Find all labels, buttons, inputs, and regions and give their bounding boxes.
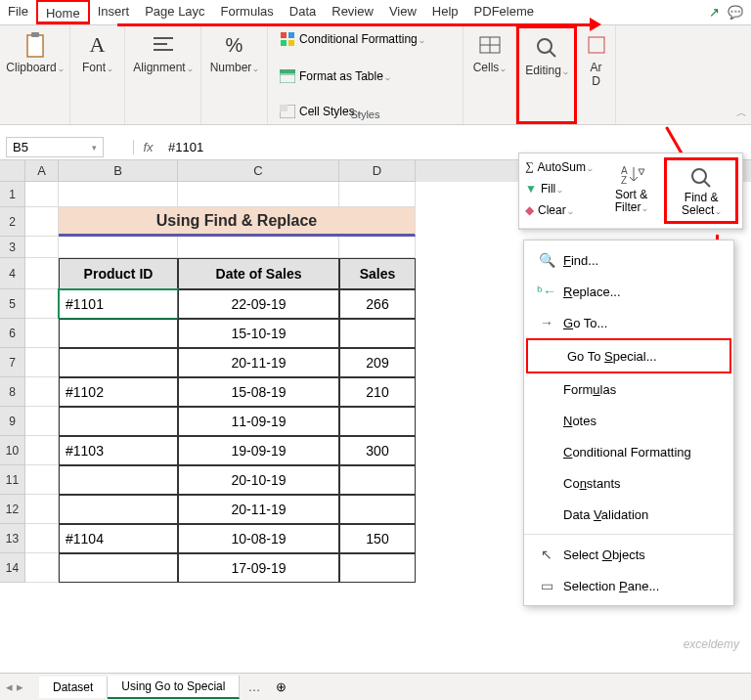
alignment-button[interactable]: Alignment <box>129 29 196 76</box>
clear-button[interactable]: ◆Clear <box>523 201 595 219</box>
cell[interactable] <box>25 495 59 524</box>
table-cell[interactable]: 10-08-19 <box>178 524 339 553</box>
row-header[interactable]: 5 <box>0 289 25 319</box>
menu-datavalidation[interactable]: Data Validation <box>524 499 733 530</box>
col-header-d[interactable]: D <box>339 160 416 182</box>
new-sheet-button[interactable]: ⊕ <box>268 679 294 694</box>
menu-notes[interactable]: Notes <box>524 405 733 436</box>
menu-constants[interactable]: Constants <box>524 467 733 499</box>
clipboard-button[interactable]: Clipboard <box>2 29 66 76</box>
cell[interactable] <box>178 182 339 207</box>
cell[interactable] <box>25 237 59 258</box>
tab-home[interactable]: Home <box>36 0 90 24</box>
find-select-button[interactable]: Find & Select <box>664 157 738 224</box>
table-cell[interactable]: 150 <box>339 524 416 553</box>
table-cell[interactable]: 209 <box>339 348 416 377</box>
row-header[interactable]: 2 <box>0 207 25 237</box>
addins-button[interactable]: Ar D <box>579 29 614 90</box>
sheet-tab-dataset[interactable]: Dataset <box>39 677 108 698</box>
tab-nav[interactable]: ◂ ▸ <box>6 679 23 694</box>
cell[interactable] <box>25 377 59 407</box>
table-cell[interactable]: 210 <box>339 377 416 407</box>
menu-find[interactable]: 🔍Find... <box>524 244 733 276</box>
table-cell[interactable] <box>339 407 416 436</box>
cell[interactable] <box>25 182 59 207</box>
table-cell[interactable]: 20-11-19 <box>178 348 339 377</box>
row-header[interactable]: 3 <box>0 237 25 258</box>
table-cell[interactable] <box>59 407 178 436</box>
table-cell[interactable]: 15-08-19 <box>178 377 339 407</box>
table-cell[interactable]: #1101 <box>59 289 178 319</box>
share-icon[interactable]: ↗ <box>709 5 720 20</box>
cell[interactable] <box>25 258 59 289</box>
tab-pagelayout[interactable]: Page Layc <box>137 0 212 24</box>
table-cell[interactable] <box>59 319 178 348</box>
row-header[interactable]: 10 <box>0 436 25 465</box>
table-cell[interactable]: 22-09-19 <box>178 289 339 319</box>
cell[interactable] <box>25 407 59 436</box>
comment-icon[interactable]: 💬 <box>728 5 743 20</box>
cell[interactable] <box>25 465 59 495</box>
number-button[interactable]: % Number <box>206 29 263 76</box>
table-cell[interactable]: 20-10-19 <box>178 465 339 495</box>
table-cell[interactable]: 20-11-19 <box>178 495 339 524</box>
row-header[interactable]: 6 <box>0 319 25 348</box>
row-header[interactable]: 4 <box>0 258 25 289</box>
table-cell[interactable]: 15-10-19 <box>178 319 339 348</box>
table-cell[interactable]: 19-09-19 <box>178 436 339 465</box>
table-header[interactable]: Date of Sales <box>178 258 339 289</box>
table-cell[interactable]: #1103 <box>59 436 178 465</box>
menu-replace[interactable]: ᵇ←Replace... <box>524 276 733 307</box>
table-cell[interactable] <box>59 553 178 583</box>
conditional-formatting-button[interactable]: Conditional Formatting <box>276 29 428 49</box>
cell[interactable] <box>25 436 59 465</box>
menu-selection-pane[interactable]: ▭Selection Pane... <box>524 570 733 601</box>
menu-formulas[interactable]: Formulas <box>524 373 733 405</box>
sheet-tab-gotospecial[interactable]: Using Go to Special <box>108 676 240 699</box>
name-box[interactable]: B5▾ <box>6 137 104 157</box>
table-cell[interactable]: 17-09-19 <box>178 553 339 583</box>
fx-icon[interactable]: fx <box>133 140 162 154</box>
collapse-ribbon-icon[interactable]: ︿ <box>736 106 747 120</box>
row-header[interactable]: 8 <box>0 377 25 407</box>
cell[interactable] <box>25 207 59 237</box>
table-cell[interactable] <box>339 553 416 583</box>
table-header[interactable]: Sales <box>339 258 416 289</box>
col-header-b[interactable]: B <box>59 160 178 182</box>
tab-help[interactable]: Help <box>424 0 466 24</box>
cell[interactable] <box>178 237 339 258</box>
table-cell[interactable]: 266 <box>339 289 416 319</box>
row-header[interactable]: 7 <box>0 348 25 377</box>
tab-insert[interactable]: Insert <box>90 0 138 24</box>
row-header[interactable]: 1 <box>0 182 25 207</box>
tab-data[interactable]: Data <box>282 0 324 24</box>
row-header[interactable]: 14 <box>0 553 25 583</box>
tab-view[interactable]: View <box>381 0 424 24</box>
cell[interactable] <box>339 237 416 258</box>
table-header[interactable]: Product ID <box>59 258 178 289</box>
menu-goto-special[interactable]: Go To Special... <box>526 338 731 373</box>
cell[interactable] <box>25 553 59 583</box>
table-cell[interactable]: 11-09-19 <box>178 407 339 436</box>
table-cell[interactable] <box>59 348 178 377</box>
tab-review[interactable]: Review <box>324 0 381 24</box>
menu-condfmt[interactable]: Conditional Formatting <box>524 436 733 467</box>
row-header[interactable]: 12 <box>0 495 25 524</box>
tab-file[interactable]: File <box>0 0 36 24</box>
cell[interactable] <box>339 182 416 207</box>
fill-button[interactable]: ▼Fill <box>523 180 595 197</box>
cell[interactable] <box>25 319 59 348</box>
menu-goto[interactable]: →Go To... <box>524 307 733 338</box>
table-cell[interactable]: 300 <box>339 436 416 465</box>
cell[interactable] <box>25 289 59 319</box>
menu-select-objects[interactable]: ↖Select Objects <box>524 539 733 570</box>
sort-filter-button[interactable]: AZ Sort & Filter <box>600 157 662 224</box>
select-all-corner[interactable] <box>0 160 25 182</box>
editing-button[interactable]: Editing <box>521 32 572 79</box>
font-button[interactable]: A Font <box>78 29 116 76</box>
table-cell[interactable]: #1104 <box>59 524 178 553</box>
cell[interactable] <box>25 524 59 553</box>
table-cell[interactable] <box>339 495 416 524</box>
row-header[interactable]: 9 <box>0 407 25 436</box>
cell[interactable] <box>59 237 178 258</box>
